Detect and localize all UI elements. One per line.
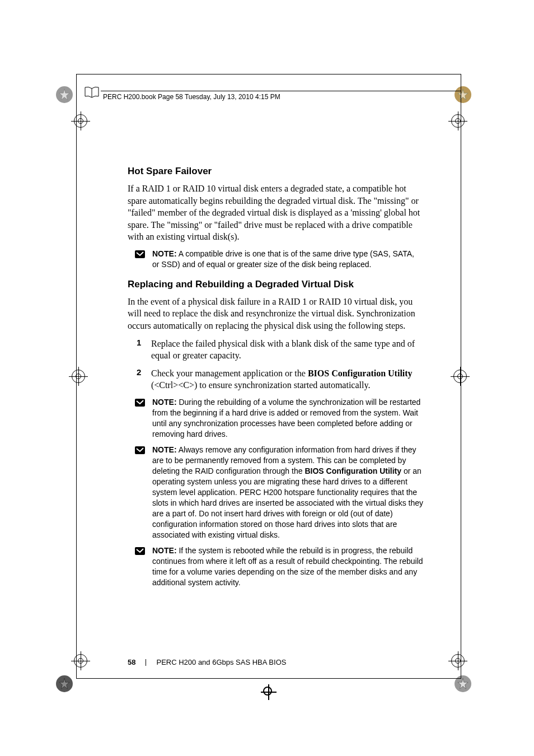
note-block: NOTE: Always remove any configuration in… bbox=[128, 445, 423, 540]
step-number: 2 bbox=[137, 367, 151, 391]
page-content: Hot Spare Failover If a RAID 1 or RAID 1… bbox=[128, 166, 423, 594]
svg-rect-5 bbox=[135, 250, 145, 258]
note-text: NOTE: During the rebuilding of a volume … bbox=[152, 397, 423, 440]
note-block: NOTE: If the system is rebooted while th… bbox=[128, 545, 423, 588]
list-item: 2 Check your management application or t… bbox=[128, 367, 423, 391]
step-number: 1 bbox=[137, 338, 151, 362]
star-icon bbox=[58, 88, 71, 101]
note-icon bbox=[134, 446, 148, 540]
star-icon bbox=[457, 678, 469, 690]
svg-rect-8 bbox=[135, 547, 145, 555]
book-icon bbox=[84, 86, 100, 99]
footer-separator bbox=[146, 659, 146, 666]
star-icon bbox=[58, 678, 71, 690]
paragraph: If a RAID 1 or RAID 10 virtual disk ente… bbox=[128, 183, 423, 243]
print-mark-star bbox=[56, 86, 73, 103]
page-number: 58 bbox=[128, 658, 135, 666]
step-text: Replace the failed physical disk with a … bbox=[151, 338, 423, 362]
svg-marker-3 bbox=[458, 678, 468, 689]
note-block: NOTE: A compatible drive is one that is … bbox=[128, 249, 423, 270]
heading-replacing: Replacing and Rebuilding a Degraded Virt… bbox=[128, 279, 423, 290]
print-mark-star bbox=[56, 675, 73, 692]
list-item: 1 Replace the failed physical disk with … bbox=[128, 338, 423, 362]
page-footer: 58 PERC H200 and 6Gbps SAS HBA BIOS bbox=[128, 658, 286, 666]
note-text: NOTE: If the system is rebooted while th… bbox=[152, 545, 423, 588]
crosshair-icon bbox=[261, 684, 277, 700]
step-text: Check your management application or the… bbox=[151, 367, 423, 391]
note-text: NOTE: A compatible drive is one that is … bbox=[152, 249, 423, 270]
svg-rect-6 bbox=[135, 399, 145, 407]
paragraph: In the event of a physical disk failure … bbox=[128, 296, 423, 332]
running-head: PERC H200.book Page 58 Tuesday, July 13,… bbox=[103, 93, 280, 101]
footer-section-title: PERC H200 and 6Gbps SAS HBA BIOS bbox=[156, 658, 286, 666]
svg-rect-7 bbox=[135, 446, 145, 454]
note-icon bbox=[134, 398, 148, 440]
note-text: NOTE: Always remove any configuration in… bbox=[152, 445, 423, 540]
note-icon bbox=[134, 250, 148, 270]
heading-hot-spare: Hot Spare Failover bbox=[128, 166, 423, 177]
svg-marker-0 bbox=[59, 89, 69, 100]
svg-marker-2 bbox=[59, 678, 69, 689]
header-rule bbox=[101, 91, 461, 91]
note-block: NOTE: During the rebuilding of a volume … bbox=[128, 397, 423, 440]
note-icon bbox=[134, 547, 148, 588]
